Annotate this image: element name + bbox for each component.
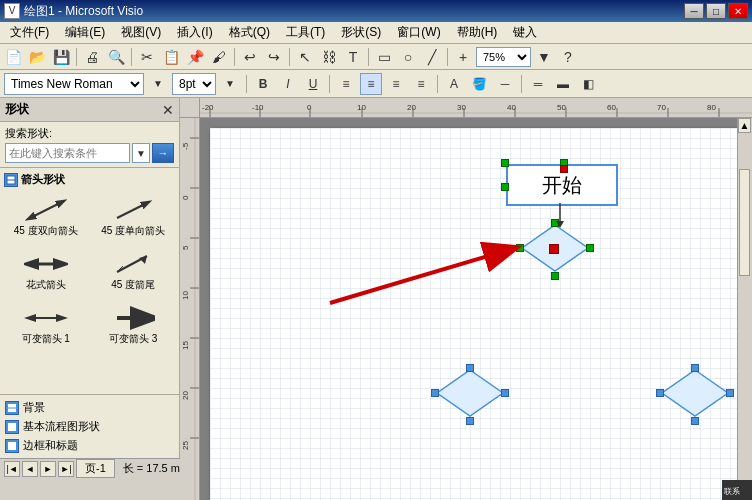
shape-item-variable-arrow-1[interactable]: 可变箭头 1 [4,299,88,349]
diamond2-handle-t[interactable] [466,364,474,372]
menu-window[interactable]: 窗口(W) [389,22,448,43]
search-row: ▼ → [5,143,174,163]
align-right-button[interactable]: ≡ [385,73,407,95]
next-page-button[interactable]: ► [40,461,56,477]
font-combo[interactable]: Times New Roman [4,73,144,95]
svg-rect-22 [200,98,752,118]
align-center-button[interactable]: ≡ [360,73,382,95]
text-button[interactable]: T [342,46,364,68]
diamond2-handle-r[interactable] [501,389,509,397]
diamond3-handle-b[interactable] [691,417,699,425]
font-color-button[interactable]: A [443,73,465,95]
sep-fmt2 [329,75,330,93]
line-weight-button[interactable]: ▬ [552,73,574,95]
handle-ml[interactable] [501,183,509,191]
search-go-button[interactable]: → [152,143,174,163]
new-button[interactable]: 📄 [2,46,24,68]
shape-label-4: 可变箭头 1 [22,333,70,345]
menu-shapes[interactable]: 形状(S) [333,22,389,43]
last-page-button[interactable]: ►| [58,461,74,477]
footer-item-background[interactable]: 背景 [5,398,174,417]
align-left-button[interactable]: ≡ [335,73,357,95]
v-scroll-thumb[interactable] [739,169,750,276]
print-preview-button[interactable]: 🔍 [105,46,127,68]
menu-tools[interactable]: 工具(T) [278,22,333,43]
footer-item-border[interactable]: 边框和标题 [5,436,174,455]
font-dropdown-button[interactable]: ▼ [147,73,169,95]
main-toolbar: 📄 📂 💾 🖨 🔍 ✂ 📋 📌 🖌 ↩ ↪ ↖ ⛓ T ▭ ○ ╱ + 75% … [0,44,752,70]
page-tab[interactable]: 页-1 [76,459,115,478]
diamond3-handle-r[interactable] [726,389,734,397]
ellipse-button[interactable]: ○ [397,46,419,68]
diamond3-handle-t[interactable] [691,364,699,372]
close-button[interactable]: ✕ [728,3,748,19]
rectangle-button[interactable]: ▭ [373,46,395,68]
menu-edit[interactable]: 编辑(E) [57,22,113,43]
section-title: 箭头形状 [21,172,65,187]
handle-bl[interactable] [501,159,509,167]
search-input[interactable] [5,143,130,163]
diamond2-handle-b[interactable] [466,417,474,425]
sidebar-close-button[interactable]: ✕ [162,102,174,118]
save-button[interactable]: 💾 [50,46,72,68]
format-bar: Times New Roman ▼ 8pt ▼ B I U ≡ ≡ ≡ ≡ A … [0,70,752,98]
v-scrollbar[interactable]: ▲ ▼ [737,118,752,500]
footer-item-flowchart[interactable]: 基本流程图形状 [5,417,174,436]
open-button[interactable]: 📂 [26,46,48,68]
print-button[interactable]: 🖨 [81,46,103,68]
pointer-button[interactable]: ↖ [294,46,316,68]
size-combo[interactable]: 8pt [172,73,216,95]
prev-page-button[interactable]: ◄ [22,461,38,477]
maximize-button[interactable]: □ [706,3,726,19]
redo-button[interactable]: ↪ [263,46,285,68]
diamond3-shape-container[interactable] [660,368,730,421]
diamond2-shape-container[interactable] [435,368,505,421]
help-button[interactable]: ? [557,46,579,68]
align-justify-button[interactable]: ≡ [410,73,432,95]
menu-view[interactable]: 视图(V) [113,22,169,43]
undo-button[interactable]: ↩ [239,46,261,68]
bold-button[interactable]: B [252,73,274,95]
diamond-handle-b[interactable] [551,272,559,280]
menu-help[interactable]: 帮助(H) [449,22,506,43]
conn-point-bottom[interactable] [560,165,568,173]
menu-file[interactable]: 文件(F) [2,22,57,43]
sep4 [289,48,290,66]
shadow-button[interactable]: ◧ [577,73,599,95]
line-style-button[interactable]: ═ [527,73,549,95]
v-scroll-track[interactable] [738,133,751,491]
shape-item-double-arrow-45[interactable]: 45 度双向箭头 [4,191,88,241]
minimize-button[interactable]: ─ [684,3,704,19]
copy-button[interactable]: 📋 [160,46,182,68]
shape-item-single-arrow-45[interactable]: 45 度单向箭头 [92,191,176,241]
zoom-dropdown-button[interactable]: ▼ [533,46,555,68]
diamond-shape-container[interactable] [520,223,590,276]
size-dropdown-button[interactable]: ▼ [219,73,241,95]
drawing-canvas[interactable]: 开始 [200,118,752,500]
shape-item-fancy-arrow[interactable]: 花式箭头 [4,245,88,295]
italic-button[interactable]: I [277,73,299,95]
conn-point-center[interactable] [549,244,559,254]
paste-button[interactable]: 📌 [184,46,206,68]
format-painter-button[interactable]: 🖌 [208,46,230,68]
first-page-button[interactable]: |◄ [4,461,20,477]
zoom-combo[interactable]: 75% 100% 50% [476,47,531,67]
connector-button[interactable]: ⛓ [318,46,340,68]
cut-button[interactable]: ✂ [136,46,158,68]
shape-item-variable-arrow-3[interactable]: 可变箭头 3 [92,299,176,349]
underline-button[interactable]: U [302,73,324,95]
menu-search[interactable]: 键入 [505,22,545,43]
search-dropdown-button[interactable]: ▼ [132,143,150,163]
section-header[interactable]: 箭头形状 [4,172,175,187]
line-button[interactable]: ╱ [421,46,443,68]
scroll-up-button[interactable]: ▲ [738,118,751,133]
menu-format[interactable]: 格式(Q) [221,22,278,43]
line-color-button[interactable]: ─ [494,73,516,95]
fill-color-button[interactable]: 🪣 [468,73,491,95]
diamond-handle-r[interactable] [586,244,594,252]
diamond2-handle-l[interactable] [431,389,439,397]
zoom-in-button[interactable]: + [452,46,474,68]
menu-insert[interactable]: 插入(I) [169,22,220,43]
diamond3-handle-l[interactable] [656,389,664,397]
shape-item-arrow-tail-45[interactable]: 45 度箭尾 [92,245,176,295]
